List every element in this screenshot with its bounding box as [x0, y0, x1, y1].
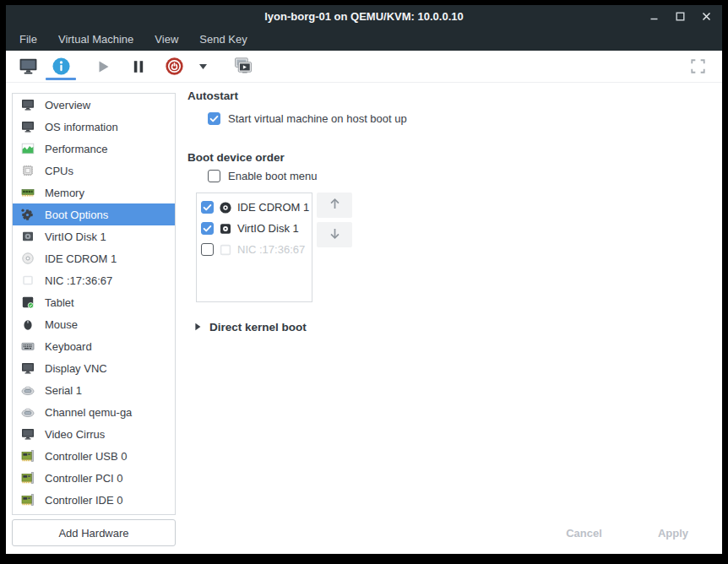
displays-icon	[233, 57, 253, 77]
shutdown-button[interactable]	[156, 51, 192, 82]
sidebar-item-label: NIC :17:36:67	[45, 274, 112, 287]
sidebar-item-label: Controller USB 0	[45, 450, 128, 463]
cancel-button[interactable]: Cancel	[557, 522, 611, 544]
enable-boot-menu-checkbox[interactable]	[208, 170, 220, 182]
maximize-icon	[675, 11, 686, 22]
fullscreen-button[interactable]	[685, 51, 710, 82]
sidebar-item-label: OS information	[45, 121, 118, 133]
autostart-checkbox[interactable]	[208, 112, 220, 125]
menu-view[interactable]: View	[154, 31, 179, 47]
pause-icon	[130, 58, 147, 75]
sidebar-item-performance[interactable]: Performance	[13, 138, 175, 160]
sidebar-item-label: Boot Options	[45, 209, 108, 221]
boot-device-nic-17-36-67[interactable]: NIC :17:36:67	[197, 239, 312, 260]
apply-button[interactable]: Apply	[649, 522, 697, 544]
disk-dark-icon	[219, 222, 232, 236]
screen: { "window": { "title": "lyon-borg-01 on …	[0, 0, 728, 564]
sidebar-item-controller-pci-0[interactable]: Controller PCI 0	[13, 467, 175, 489]
hardware-list: OverviewOS informationPerformanceCPUsMem…	[12, 93, 176, 515]
autostart-label: Start virtual machine on host boot up	[228, 112, 407, 125]
close-icon	[701, 11, 712, 22]
pci-card-icon	[20, 493, 35, 507]
sidebar-item-keyboard[interactable]: Keyboard	[13, 335, 175, 357]
serial-icon	[20, 383, 35, 398]
boot-device-checkbox[interactable]	[201, 222, 214, 235]
boot-device-checkbox[interactable]	[201, 243, 214, 256]
window-title: lyon-borg-01 on QEMU/KVM: 10.0.0.10	[264, 10, 464, 23]
minimize-button[interactable]	[648, 10, 660, 22]
menu-virtual-machine[interactable]: Virtual Machine	[57, 31, 134, 47]
titlebar[interactable]: lyon-borg-01 on QEMU/KVM: 10.0.0.10	[6, 5, 722, 27]
enable-boot-menu-label: Enable boot menu	[228, 170, 318, 182]
show-graphical-console-button[interactable]	[13, 51, 43, 82]
sidebar-item-virtio-disk-1[interactable]: VirtIO Disk 1	[13, 225, 175, 247]
console-monitor-icon	[19, 57, 38, 76]
boot-menu-row: Enable boot menu	[208, 170, 318, 182]
footer-actions: Cancel Apply	[557, 522, 697, 544]
gear-icon	[20, 208, 35, 222]
sidebar-item-label: Display VNC	[45, 362, 107, 375]
monitor-icon	[20, 427, 35, 442]
sidebar-item-display-vnc[interactable]: Display VNC	[13, 357, 175, 379]
autostart-heading: Autostart	[187, 89, 238, 102]
sidebar-item-item[interactable]	[13, 511, 175, 515]
sidebar-item-memory[interactable]: Memory	[13, 182, 175, 203]
sidebar-item-serial-1[interactable]: Serial 1	[13, 379, 175, 401]
move-up-button[interactable]	[317, 193, 352, 218]
boot-device-list: IDE CDROM 1VirtIO Disk 1NIC :17:36:67	[196, 193, 312, 302]
boot-device-order-heading: Boot device order	[187, 151, 285, 164]
menu-send-key[interactable]: Send Key	[198, 31, 247, 47]
vm-details-window: lyon-borg-01 on QEMU/KVM: 10.0.0.10 File…	[6, 5, 722, 554]
sidebar-item-overview[interactable]: Overview	[13, 94, 175, 116]
sidebar-item-nic-17-36-67[interactable]: NIC :17:36:67	[13, 269, 175, 291]
sidebar-item-controller-usb-0[interactable]: Controller USB 0	[13, 445, 175, 467]
sidebar-item-boot-options[interactable]: Boot Options	[13, 203, 175, 225]
sidebar-item-channel-qemu-ga[interactable]: Channel qemu-ga	[13, 401, 175, 423]
sidebar-item-cpus[interactable]: CPUs	[13, 160, 175, 182]
show-details-button[interactable]	[43, 51, 79, 82]
pci-card-icon	[20, 471, 35, 485]
monitor-icon	[20, 120, 35, 134]
sidebar-item-label: VirtIO Disk 1	[45, 230, 106, 243]
sidebar-item-label: Tablet	[45, 296, 74, 309]
keyboard-icon	[20, 339, 35, 354]
cdrom-icon	[20, 252, 35, 266]
chevron-down-icon	[198, 61, 209, 72]
window-controls	[648, 5, 712, 27]
sidebar-item-os-information[interactable]: OS information	[13, 116, 175, 138]
direct-kernel-boot-expander[interactable]: Direct kernel boot	[193, 319, 307, 334]
expander-triangle-icon	[193, 319, 202, 334]
boot-device-ide-cdrom-1[interactable]: IDE CDROM 1	[197, 197, 312, 218]
monitor-icon	[20, 98, 35, 112]
move-down-button[interactable]	[317, 222, 352, 247]
add-hardware-button[interactable]: Add Hardware	[12, 519, 176, 546]
nic-outline-icon	[219, 243, 232, 257]
boot-device-virtio-disk-1[interactable]: VirtIO Disk 1	[197, 218, 312, 239]
boot-device-checkbox[interactable]	[201, 201, 214, 214]
close-button[interactable]	[700, 10, 712, 22]
sidebar-item-label: Performance	[45, 143, 107, 155]
sidebar-item-video-cirrus[interactable]: Video Cirrus	[13, 423, 175, 445]
sidebar-item-controller-ide-0[interactable]: Controller IDE 0	[13, 489, 175, 511]
arrow-down-icon	[328, 226, 342, 244]
autostart-row: Start virtual machine on host boot up	[208, 112, 407, 125]
serial-icon	[20, 405, 35, 420]
sidebar-item-label: Channel qemu-ga	[45, 406, 132, 419]
sidebar-item-ide-cdrom-1[interactable]: IDE CDROM 1	[13, 247, 175, 269]
boot-device-label: NIC :17:36:67	[237, 243, 305, 256]
maximize-button[interactable]	[674, 10, 686, 22]
sidebar-item-mouse[interactable]: Mouse	[13, 313, 175, 335]
play-icon	[95, 58, 111, 75]
sidebar-item-label: Overview	[45, 99, 90, 111]
virtual-displays-button[interactable]	[225, 51, 261, 82]
performance-icon	[20, 142, 35, 156]
pause-button[interactable]	[121, 51, 156, 82]
sidebar-item-label: IDE CDROM 1	[45, 252, 117, 265]
run-button[interactable]	[85, 51, 121, 82]
sidebar-item-tablet[interactable]: Tablet	[13, 291, 175, 313]
menu-file[interactable]: File	[19, 31, 38, 47]
toolbar-buttons	[6, 51, 261, 82]
shutdown-menu-button[interactable]	[192, 51, 214, 82]
boot-device-label: IDE CDROM 1	[237, 201, 309, 214]
pci-card-icon	[20, 515, 35, 516]
